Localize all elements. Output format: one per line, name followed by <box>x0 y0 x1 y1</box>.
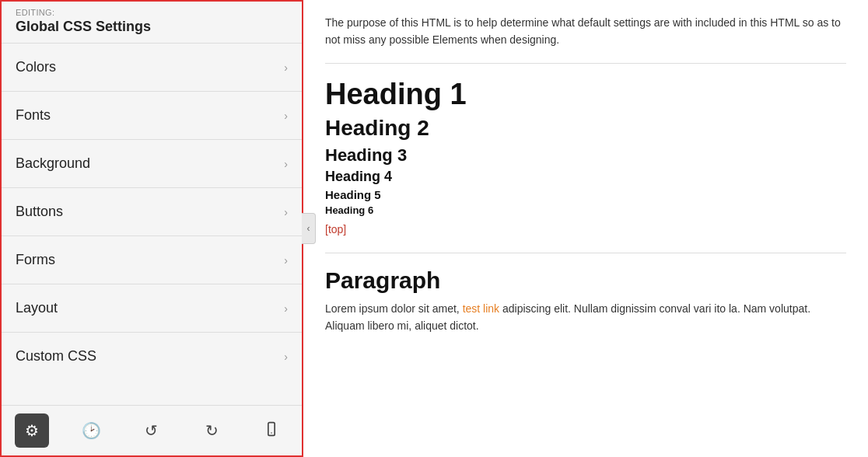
chevron-right-icon: › <box>284 302 288 315</box>
menu-item-background[interactable]: Background › <box>2 139 302 187</box>
headings-section: Heading 1 Heading 2 Heading 3 Heading 4 … <box>325 78 846 253</box>
menu-item-buttons[interactable]: Buttons › <box>2 187 302 235</box>
menu-item-forms[interactable]: Forms › <box>2 235 302 284</box>
heading-3: Heading 3 <box>325 145 846 166</box>
menu-item-custom css[interactable]: Custom CSS › <box>2 332 302 380</box>
menu-item-colors[interactable]: Colors › <box>2 43 302 91</box>
history-icon: 🕑 <box>82 421 101 440</box>
chevron-right-icon: › <box>284 158 288 170</box>
chevron-right-icon: › <box>284 61 288 74</box>
undo-button[interactable]: ↺ <box>135 413 169 448</box>
chevron-right-icon: › <box>284 351 288 363</box>
mobile-icon <box>264 421 279 441</box>
settings-icon: ⚙ <box>25 421 39 440</box>
chevron-right-icon: › <box>284 110 288 122</box>
chevron-right-icon: › <box>284 254 288 267</box>
test-link[interactable]: test link <box>463 302 499 315</box>
menu-item-label: Colors <box>16 59 56 75</box>
undo-icon: ↺ <box>145 421 158 440</box>
menu-item-label: Fonts <box>16 107 51 124</box>
menu-item-label: Layout <box>16 300 58 316</box>
menu-item-label: Forms <box>16 252 55 268</box>
paragraph-before: Lorem ipsum dolor sit amet, <box>325 302 463 315</box>
paragraph-text: Lorem ipsum dolor sit amet, test link ad… <box>325 300 846 335</box>
heading-1: Heading 1 <box>325 78 846 111</box>
menu-item-fonts[interactable]: Fonts › <box>2 91 302 139</box>
history-button[interactable]: 🕑 <box>75 413 109 448</box>
heading-5: Heading 5 <box>325 188 846 201</box>
settings-button[interactable]: ⚙ <box>15 413 49 448</box>
menu-item-label: Background <box>16 155 90 172</box>
heading-4: Heading 4 <box>325 169 846 185</box>
collapse-icon: ‹ <box>307 223 310 234</box>
bottom-toolbar: ⚙ 🕑 ↺ ↻ <box>2 405 302 455</box>
heading-6: Heading 6 <box>325 204 846 216</box>
left-panel: EDITING: Global CSS Settings Colors › Fo… <box>0 0 303 457</box>
menu-item-label: Buttons <box>16 204 63 220</box>
heading-2: Heading 2 <box>325 116 846 141</box>
redo-button[interactable]: ↻ <box>194 413 229 448</box>
menu-list: Colors › Fonts › Background › Buttons › … <box>2 43 302 405</box>
collapse-button[interactable]: ‹ <box>302 213 316 244</box>
mobile-preview-button[interactable] <box>254 413 289 448</box>
chevron-right-icon: › <box>284 206 288 218</box>
menu-item-layout[interactable]: Layout › <box>2 284 302 332</box>
redo-icon: ↻ <box>205 421 219 440</box>
paragraph-title: Paragraph <box>325 267 846 294</box>
intro-text: The purpose of this HTML is to help dete… <box>325 14 846 64</box>
panel-title: Global CSS Settings <box>2 17 302 43</box>
editing-label: EDITING: <box>2 2 302 17</box>
paragraph-section: Paragraph Lorem ipsum dolor sit amet, te… <box>325 267 846 335</box>
menu-item-label: Custom CSS <box>16 348 96 365</box>
top-link[interactable]: [top] <box>325 223 346 235</box>
right-content: The purpose of this HTML is to help dete… <box>303 0 868 457</box>
